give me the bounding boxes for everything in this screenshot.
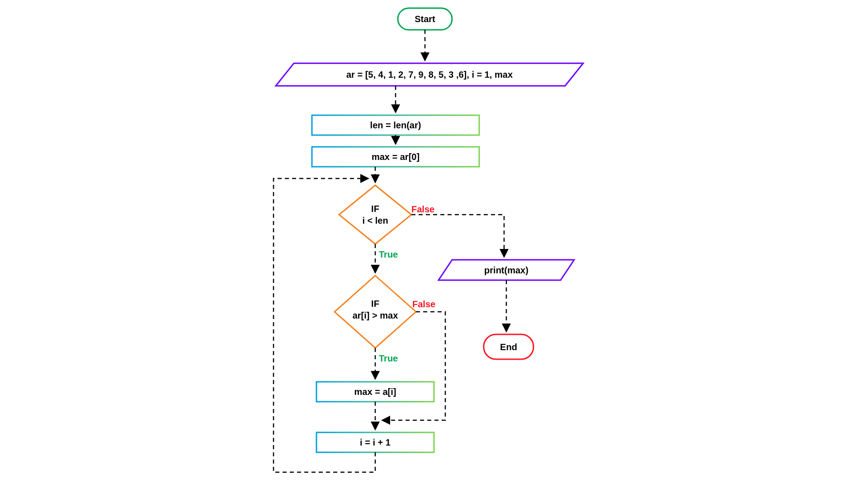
- decision2-line1: IF: [371, 299, 379, 309]
- increment-label: i = i + 1: [360, 437, 391, 447]
- assign-max-label: max = a[i]: [354, 387, 396, 397]
- decision2-line2: ar[i] > max: [353, 310, 398, 320]
- d2-true-label: True: [379, 353, 398, 363]
- node-start: Start: [398, 8, 452, 30]
- output-label: print(max): [484, 265, 528, 275]
- d1-true-label: True: [379, 249, 398, 259]
- end-label: End: [500, 342, 517, 352]
- node-decision-compare: IF ar[i] > max: [335, 276, 416, 348]
- node-decision-ilen: IF i < len: [339, 185, 411, 244]
- start-label: Start: [415, 14, 435, 24]
- node-max-init: max = ar[0]: [312, 147, 479, 167]
- len-label: len = len(ar): [370, 120, 421, 130]
- node-input: ar = [5, 4, 1, 2, 7, 9, 8, 5, 3 ,6], i =…: [276, 63, 583, 86]
- edge-d1-false: [411, 215, 504, 257]
- node-len: len = len(ar): [312, 115, 479, 135]
- decision1-line2: i < len: [362, 216, 388, 225]
- d2-false-label: False: [412, 299, 435, 309]
- d1-false-label: False: [411, 204, 434, 214]
- node-output: print(max): [439, 260, 574, 280]
- input-label: ar = [5, 4, 1, 2, 7, 9, 8, 5, 3 ,6], i =…: [346, 70, 513, 80]
- svg-marker-4: [339, 185, 411, 244]
- decision1-line1: IF: [371, 204, 379, 214]
- flowchart-canvas: Start ar = [5, 4, 1, 2, 7, 9, 8, 5, 3 ,6…: [0, 0, 868, 488]
- node-assign-max: max = a[i]: [316, 382, 434, 402]
- node-increment: i = i + 1: [316, 432, 434, 452]
- node-end: End: [484, 334, 533, 359]
- max-init-label: max = ar[0]: [372, 152, 420, 162]
